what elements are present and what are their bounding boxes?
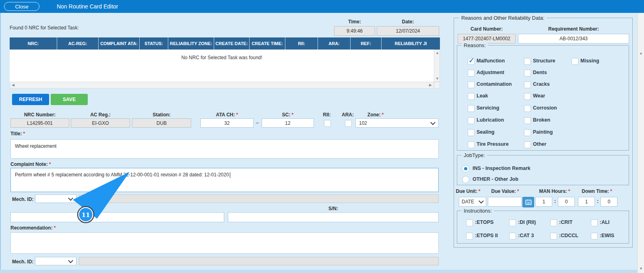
reason-checkbox-corrosion[interactable] xyxy=(524,105,531,112)
station-field: DUB xyxy=(132,118,191,128)
reason-checkbox-structure[interactable] xyxy=(524,58,531,65)
reason-label: Lubrication xyxy=(477,117,504,123)
reason-checkbox-leak[interactable] xyxy=(468,93,475,100)
grid-column-header: REF: xyxy=(351,37,382,50)
pn-input[interactable] xyxy=(10,212,224,222)
reason-label: Adjustment xyxy=(477,70,504,75)
reason-checkbox-missing[interactable] xyxy=(572,58,578,65)
time-label: Time: xyxy=(334,19,375,25)
mech-id-top-select[interactable] xyxy=(35,194,76,203)
sc-label: SC:* xyxy=(262,112,314,118)
calendar-icon xyxy=(525,199,532,205)
nrc-grid-body xyxy=(10,50,440,82)
scroll-down-icon[interactable]: ▼ xyxy=(436,77,439,81)
reason-label: Malfunction xyxy=(477,58,505,64)
reason-checkbox-painting[interactable] xyxy=(524,129,531,136)
instruction-checkbox-etops[interactable] xyxy=(466,219,473,226)
ata-ch-label: ATA CH:* xyxy=(200,112,254,118)
title-textarea[interactable]: Wheel replacement xyxy=(10,139,439,159)
instruction-checkbox-crit[interactable] xyxy=(550,219,557,226)
down-time-label: Down Time:* xyxy=(576,188,618,194)
reason-label: Broken xyxy=(533,117,550,123)
grid-column-header: CREATE TIME: xyxy=(250,37,285,50)
jobtype-radio-other[interactable] xyxy=(462,176,469,183)
instruction-label: :EWIS xyxy=(600,233,614,238)
complaint-note-textarea[interactable]: Perform wheel # 5 replacement according … xyxy=(10,168,439,192)
title-label: Title:* xyxy=(10,131,25,136)
scroll-right-icon[interactable]: ▶ xyxy=(429,83,432,87)
ara-label: ARA: xyxy=(342,112,354,118)
reason-checkbox-other[interactable] xyxy=(524,141,531,148)
man-hours-minutes-input[interactable]: 0 xyxy=(558,197,575,207)
instruction-checkbox-ewis[interactable] xyxy=(591,233,598,240)
grid-empty-message: No NRC for Selected Task was found! xyxy=(10,55,434,60)
instruction-checkbox-ali[interactable] xyxy=(591,219,598,226)
rii-label: RII: xyxy=(321,112,333,118)
reason-checkbox-wear[interactable] xyxy=(524,93,531,100)
reason-checkbox-broken[interactable] xyxy=(524,117,531,124)
reason-checkbox-malfunction[interactable] xyxy=(468,58,475,65)
reason-label: Wear xyxy=(533,93,545,99)
title-bar: Close Non Routine Card Editor xyxy=(0,0,644,13)
zone-label: Zone:* xyxy=(355,112,396,118)
due-unit-select[interactable]: DATE xyxy=(459,197,486,207)
scroll-up-icon[interactable]: ▲ xyxy=(436,51,439,55)
reason-checkbox-contamination[interactable] xyxy=(468,81,475,88)
refresh-button[interactable]: REFRESH xyxy=(12,94,49,105)
scroll-down-icon[interactable]: ▼ xyxy=(639,267,643,271)
grid-column-header: RELIABILITY JI xyxy=(382,37,440,50)
due-value-calendar-button[interactable] xyxy=(522,197,534,207)
zone-select[interactable]: 102 xyxy=(355,118,439,128)
time-value: 9:49:46 xyxy=(334,26,375,36)
ata-ch-input[interactable]: 32 xyxy=(200,118,254,128)
instruction-checkbox-cdccl[interactable] xyxy=(550,233,557,240)
save-button[interactable]: SAVE xyxy=(51,94,88,105)
reason-checkbox-cracks[interactable] xyxy=(524,81,531,88)
reasons-legend: Reasons: xyxy=(462,42,488,48)
jobtype-radio-ins[interactable] xyxy=(462,165,469,172)
reliability-panel-legend: Reasons and Other Reliability Data: xyxy=(459,15,547,21)
sn-input[interactable] xyxy=(228,212,439,222)
reason-checkbox-servicing[interactable] xyxy=(468,105,475,112)
grid-column-header: STATUS: xyxy=(140,37,168,50)
instruction-label: :ETOPS II xyxy=(475,233,498,238)
found-count-text: Found 0 NRC for Selected Task: xyxy=(10,25,79,31)
down-time-hours-input[interactable]: 1 xyxy=(578,197,595,207)
due-value-input[interactable] xyxy=(488,197,522,207)
chevron-down-icon xyxy=(68,195,73,201)
down-time-minutes-input[interactable]: 0 xyxy=(601,197,617,207)
reason-label: Sealing xyxy=(477,129,494,135)
reason-label: Servicing xyxy=(477,105,499,111)
grid-column-header: AC-REG: xyxy=(57,37,99,50)
scroll-up-icon[interactable]: ▲ xyxy=(639,52,643,55)
instruction-checkbox-etops-ii[interactable] xyxy=(466,233,473,240)
date-label: Date: xyxy=(377,19,439,25)
instruction-label: :DI (RII) xyxy=(518,219,536,225)
ac-reg-label: AC Reg.: xyxy=(71,112,130,118)
rii-checkbox[interactable] xyxy=(324,120,331,127)
reason-label: Leak xyxy=(477,93,488,99)
reason-checkbox-lubrication[interactable] xyxy=(468,117,475,124)
man-hours-hours-input[interactable]: 1 xyxy=(535,197,552,207)
instruction-label: :CRIT xyxy=(559,219,572,225)
instruction-checkbox-cat-3[interactable] xyxy=(509,233,516,240)
scroll-left-icon[interactable]: ◀ xyxy=(12,83,14,87)
reason-checkbox-sealing[interactable] xyxy=(468,129,475,136)
mech-id-bottom-select[interactable] xyxy=(35,257,76,265)
sc-input[interactable]: 12 xyxy=(262,118,314,128)
reason-checkbox-dents[interactable] xyxy=(524,70,531,77)
reason-checkbox-tire-pressure[interactable] xyxy=(468,141,475,148)
ara-checkbox[interactable] xyxy=(345,120,352,127)
grid-column-header: ARA: xyxy=(318,37,351,50)
man-hours-colon: : xyxy=(553,199,557,204)
nrc-number-field: L14295-001 xyxy=(10,118,69,128)
instruction-checkbox-di-rii[interactable] xyxy=(509,219,516,226)
requirement-number-input[interactable]: AB-0012/343 xyxy=(518,34,629,43)
grid-horizontal-scrollbar[interactable] xyxy=(10,82,434,89)
pn-label: P/N: xyxy=(93,206,102,211)
instructions-legend: Instrucitons: xyxy=(462,208,494,214)
text-cursor xyxy=(230,172,230,178)
close-button[interactable]: Close xyxy=(4,2,39,11)
reason-checkbox-adjustment[interactable] xyxy=(468,70,475,77)
recommendation-textarea[interactable] xyxy=(10,232,439,254)
